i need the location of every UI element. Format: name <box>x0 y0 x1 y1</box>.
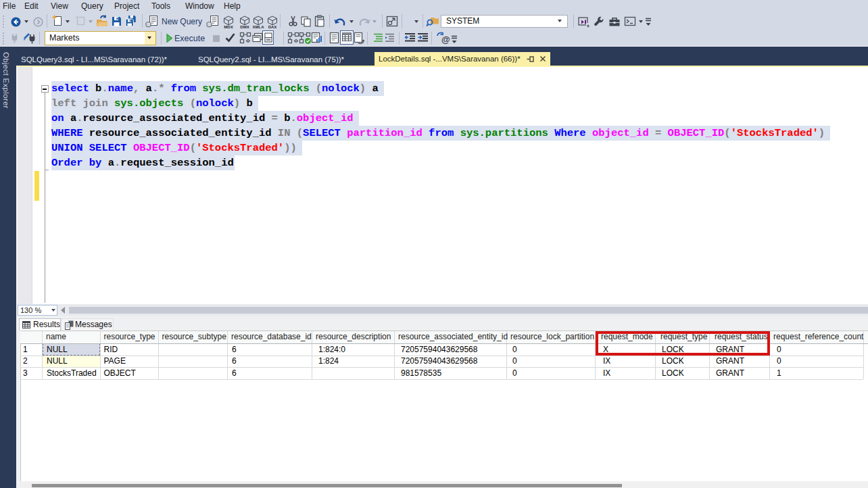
svg-text:DAX: DAX <box>268 25 277 29</box>
svg-text:DMX: DMX <box>240 25 249 29</box>
svg-text:@: @ <box>441 34 450 45</box>
svg-text:XMLA: XMLA <box>253 25 265 29</box>
svg-text:MDX: MDX <box>224 25 233 29</box>
